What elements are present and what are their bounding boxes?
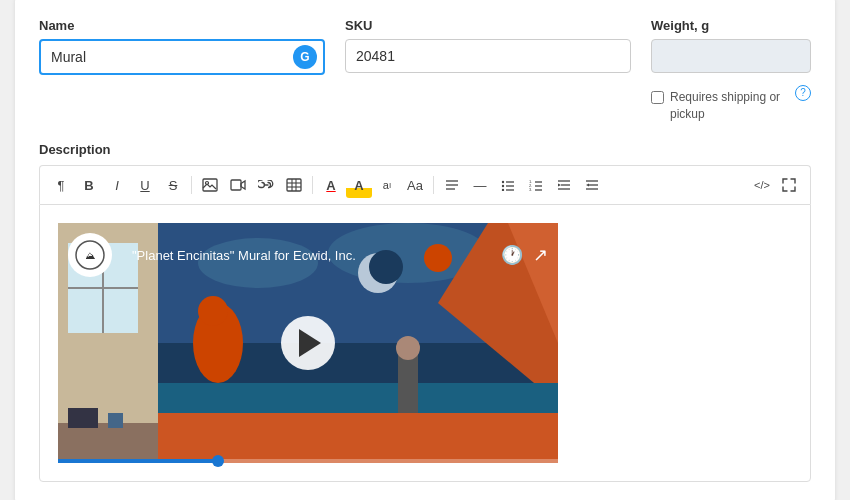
video-title: "Planet Encinitas" Mural for Ecwid, Inc. <box>132 248 356 263</box>
name-label: Name <box>39 18 325 33</box>
video-logo: ⛰ <box>68 233 112 277</box>
svg-point-44 <box>198 296 228 326</box>
name-field-group: Name G <box>39 18 325 75</box>
svg-point-12 <box>502 185 504 187</box>
fields-row: Name G SKU Weight, g Req <box>39 18 811 123</box>
svg-rect-47 <box>398 353 418 413</box>
editor-toolbar: ¶ B I U S A A aI Aa <box>39 165 811 204</box>
name-input-wrapper: G <box>39 39 325 75</box>
toolbar-divider-3 <box>433 176 434 194</box>
toolbar-italic[interactable]: I <box>104 172 130 198</box>
svg-rect-0 <box>203 179 217 191</box>
sku-field-group: SKU <box>345 18 631 73</box>
name-input[interactable] <box>39 39 325 75</box>
info-icon[interactable]: ? <box>795 85 811 101</box>
toolbar-case[interactable]: Aa <box>402 172 428 198</box>
svg-point-11 <box>502 181 504 183</box>
svg-text:⛰: ⛰ <box>85 250 95 261</box>
requires-shipping-label: Requires shipping or pickup <box>670 89 787 123</box>
toolbar-strikethrough[interactable]: S <box>160 172 186 198</box>
toolbar-fullscreen[interactable] <box>776 172 802 198</box>
svg-rect-49 <box>58 423 158 463</box>
toolbar-hr[interactable]: — <box>467 172 493 198</box>
toolbar-paragraph[interactable]: ¶ <box>48 172 74 198</box>
toolbar-outdent[interactable] <box>579 172 605 198</box>
toolbar-link[interactable] <box>253 172 279 198</box>
video-progress-bar[interactable] <box>58 459 558 463</box>
toolbar-text-bg[interactable]: A <box>346 172 372 198</box>
weight-label: Weight, g <box>651 18 811 33</box>
video-progress-dot <box>212 455 224 467</box>
play-button[interactable] <box>281 316 335 370</box>
toolbar-indent[interactable] <box>551 172 577 198</box>
video-overlay: ⛰ "Planet Encinitas" Mural for Ecwid, In… <box>58 223 558 287</box>
svg-rect-50 <box>68 408 98 428</box>
toolbar-html[interactable]: </> <box>750 172 774 198</box>
toolbar-ul[interactable] <box>495 172 521 198</box>
weight-input[interactable] <box>651 39 811 73</box>
toolbar-superscript[interactable]: aI <box>374 172 400 198</box>
svg-rect-3 <box>287 179 301 191</box>
svg-point-13 <box>502 189 504 191</box>
sku-input-wrapper <box>345 39 631 73</box>
video-embed[interactable]: ⛰ "Planet Encinitas" Mural for Ecwid, In… <box>58 223 558 463</box>
toolbar-divider-2 <box>312 176 313 194</box>
product-form-card: Name G SKU Weight, g Req <box>15 0 835 500</box>
svg-point-48 <box>396 336 420 360</box>
toolbar-text-color[interactable]: A <box>318 172 344 198</box>
requires-shipping-checkbox[interactable] <box>651 91 664 104</box>
toolbar-video[interactable] <box>225 172 251 198</box>
clock-icon[interactable]: 🕐 <box>501 244 523 266</box>
editor-content[interactable]: ⛰ "Planet Encinitas" Mural for Ecwid, In… <box>39 204 811 482</box>
svg-rect-51 <box>108 413 123 428</box>
description-section: Description ¶ B I U S A A aI A <box>39 142 811 482</box>
requires-shipping-row: Requires shipping or pickup <box>651 89 787 123</box>
svg-rect-2 <box>231 180 241 190</box>
toolbar-ol[interactable]: 1.2.3. <box>523 172 549 198</box>
toolbar-table[interactable] <box>281 172 307 198</box>
toolbar-underline[interactable]: U <box>132 172 158 198</box>
video-top-icons: 🕐 ↗ <box>501 244 548 266</box>
toolbar-bold[interactable]: B <box>76 172 102 198</box>
share-icon[interactable]: ↗ <box>533 244 548 266</box>
toolbar-image[interactable] <box>197 172 223 198</box>
description-label: Description <box>39 142 811 157</box>
sku-label: SKU <box>345 18 631 33</box>
toolbar-align[interactable] <box>439 172 465 198</box>
video-progress-fill <box>58 459 218 463</box>
sku-input[interactable] <box>345 39 631 73</box>
play-triangle <box>299 329 321 357</box>
toolbar-divider-1 <box>191 176 192 194</box>
svg-text:3.: 3. <box>529 187 532 191</box>
g-icon[interactable]: G <box>293 45 317 69</box>
weight-field-group: Weight, g Requires shipping or pickup ? <box>651 18 811 123</box>
weight-input-wrapper <box>651 39 811 73</box>
